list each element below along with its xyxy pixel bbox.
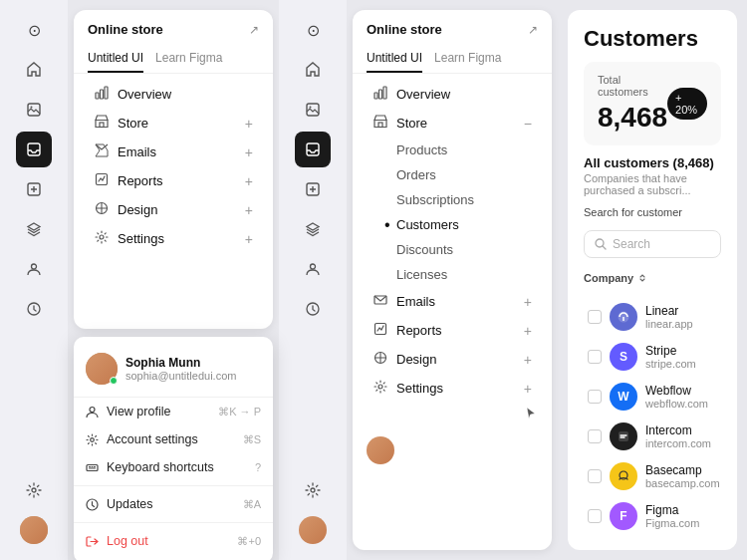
- sidebar-icon-layers[interactable]: [16, 211, 52, 247]
- sidebar2-avatar[interactable]: [295, 512, 331, 548]
- company-name-basecamp: Basecamp: [645, 463, 720, 477]
- icon-sidebar-2: ⊙: [279, 0, 347, 560]
- nav-reports-plus-1[interactable]: +: [245, 173, 253, 189]
- panel2-external-icon[interactable]: ↗: [528, 23, 538, 37]
- sidebar2-icon-inbox[interactable]: [295, 132, 331, 167]
- nav-design-plus-1[interactable]: +: [245, 202, 253, 218]
- popup-logout[interactable]: Log out ⌘+0: [74, 527, 273, 555]
- company-checkbox-basecamp[interactable]: [588, 469, 602, 483]
- sub-products[interactable]: Products: [359, 138, 546, 162]
- sidebar-icon-compass[interactable]: ⊙: [16, 12, 52, 48]
- sub-orders[interactable]: Orders: [359, 162, 546, 187]
- sidebar2-icon-user[interactable]: [295, 251, 331, 287]
- view-profile-icon: [86, 406, 99, 419]
- svg-rect-10: [100, 123, 104, 128]
- nav-overview-1[interactable]: Overview: [80, 80, 267, 109]
- company-checkbox-stripe[interactable]: [588, 350, 602, 364]
- sub-customers[interactable]: Customers: [359, 212, 546, 237]
- svg-rect-8: [101, 90, 104, 99]
- sidebar2-icon-settings[interactable]: [295, 472, 331, 508]
- settings-icon-2: [373, 380, 388, 397]
- company-info-figma: Figma Figma.com: [645, 503, 699, 529]
- company-row-intercom[interactable]: Intercom intercom.com: [584, 418, 721, 455]
- tab-learn-figma-1[interactable]: Learn Figma: [155, 45, 222, 73]
- sidebar2-icon-compass[interactable]: ⊙: [295, 12, 331, 48]
- nav-reports-2[interactable]: Reports +: [359, 316, 546, 345]
- company-row-basecamp[interactable]: Basecamp basecamp.com: [584, 457, 721, 495]
- popup-view-profile[interactable]: View profile ⌘K → P: [74, 398, 273, 425]
- sidebar2-icon-image[interactable]: [295, 92, 331, 128]
- company-row-stripe[interactable]: S Stripe stripe.com: [584, 338, 721, 376]
- search-box[interactable]: Search: [584, 230, 721, 258]
- nav-store-2[interactable]: Store −: [359, 109, 546, 138]
- company-row-webflow[interactable]: W Webflow webflow.com: [584, 378, 721, 416]
- panel2-user-row[interactable]: [353, 424, 552, 476]
- popup-updates[interactable]: Updates ⌘A: [74, 490, 273, 518]
- company-name-figma: Figma: [645, 503, 699, 517]
- user-popup-avatar: [86, 353, 118, 385]
- popup-account-settings[interactable]: Account settings ⌘S: [74, 425, 273, 453]
- nav-emails-plus-1[interactable]: +: [245, 144, 253, 160]
- sort-icon[interactable]: [637, 273, 647, 283]
- tab-untitled-ui-1[interactable]: Untitled UI: [88, 45, 143, 73]
- svg-point-13: [100, 235, 104, 239]
- nav-design-2[interactable]: Design +: [359, 345, 546, 374]
- company-checkbox-linear[interactable]: [588, 310, 602, 324]
- user-popup: Sophia Munn sophia@untitledui.com View p…: [74, 337, 273, 560]
- sidebar2-icon-home[interactable]: [295, 52, 331, 88]
- sidebar-icon-clock[interactable]: [16, 291, 52, 327]
- company-checkbox-intercom[interactable]: [588, 429, 602, 443]
- tab-untitled-ui-2[interactable]: Untitled UI: [367, 45, 422, 73]
- sidebar2-icon-layers[interactable]: [295, 211, 331, 247]
- company-logo-linear: [610, 303, 637, 331]
- sidebar-icon-image[interactable]: [16, 92, 52, 128]
- nav-settings-plus-2[interactable]: +: [524, 381, 532, 397]
- svg-rect-28: [378, 123, 382, 128]
- company-logo-figma: F: [610, 502, 637, 530]
- sub-licenses[interactable]: Licenses: [359, 262, 546, 287]
- nav-store-1[interactable]: Store +: [80, 109, 267, 138]
- company-checkbox-webflow[interactable]: [588, 390, 602, 404]
- panel1-external-icon[interactable]: ↗: [249, 23, 259, 37]
- popup-keyboard-shortcuts[interactable]: Keyboard shortcuts ?: [74, 453, 273, 481]
- nav-settings-2[interactable]: Settings +: [359, 374, 546, 403]
- sidebar-icon-user[interactable]: [16, 251, 52, 287]
- company-name-webflow: Webflow: [645, 384, 708, 398]
- nav-emails-2[interactable]: Emails +: [359, 287, 546, 316]
- design-icon-2: [373, 351, 388, 368]
- sidebar-icon-settings[interactable]: [16, 472, 52, 508]
- company-row-figma[interactable]: F Figma Figma.com: [584, 497, 721, 534]
- nav-reports-plus-2[interactable]: +: [524, 323, 532, 339]
- updates-icon: [86, 498, 99, 511]
- nav-design-1[interactable]: Design +: [80, 195, 267, 224]
- sidebar2-icon-plus[interactable]: [295, 171, 331, 207]
- design-icon-1: [94, 201, 110, 218]
- company-row-linear[interactable]: Linear linear.app: [584, 298, 721, 336]
- nav-overview-2[interactable]: Overview: [359, 80, 546, 109]
- company-name-intercom: Intercom: [645, 423, 711, 437]
- nav-emails-1[interactable]: Emails +: [80, 138, 267, 166]
- user-name: Sophia Munn: [125, 356, 236, 370]
- company-checkbox-figma[interactable]: [588, 509, 602, 523]
- sub-subscriptions[interactable]: Subscriptions: [359, 187, 546, 212]
- sidebar-avatar-1[interactable]: [16, 512, 52, 548]
- nav-store-minus-2[interactable]: −: [524, 116, 532, 132]
- company-info-linear: Linear linear.app: [645, 304, 693, 330]
- tab-learn-figma-2[interactable]: Learn Figma: [434, 45, 501, 73]
- sidebar2-icon-clock[interactable]: [295, 291, 331, 327]
- nav-design-plus-2[interactable]: +: [524, 352, 532, 368]
- sidebar-icon-plus[interactable]: [16, 171, 52, 207]
- sidebar-icon-inbox[interactable]: [16, 132, 52, 167]
- nav-reports-1[interactable]: Reports +: [80, 166, 267, 195]
- nav-emails-plus-2[interactable]: +: [524, 294, 532, 310]
- keyboard-icon: [86, 461, 99, 474]
- sub-discounts[interactable]: Discounts: [359, 237, 546, 262]
- nav-settings-1[interactable]: Settings +: [80, 224, 267, 253]
- sidebar-icon-home[interactable]: [16, 52, 52, 88]
- company-info-stripe: Stripe stripe.com: [645, 344, 696, 370]
- svg-point-4: [32, 264, 37, 269]
- search-label: Search for customer: [584, 206, 721, 218]
- nav-settings-plus-1[interactable]: +: [245, 231, 253, 247]
- company-url-webflow: webflow.com: [645, 398, 708, 410]
- nav-store-plus-1[interactable]: +: [245, 116, 253, 132]
